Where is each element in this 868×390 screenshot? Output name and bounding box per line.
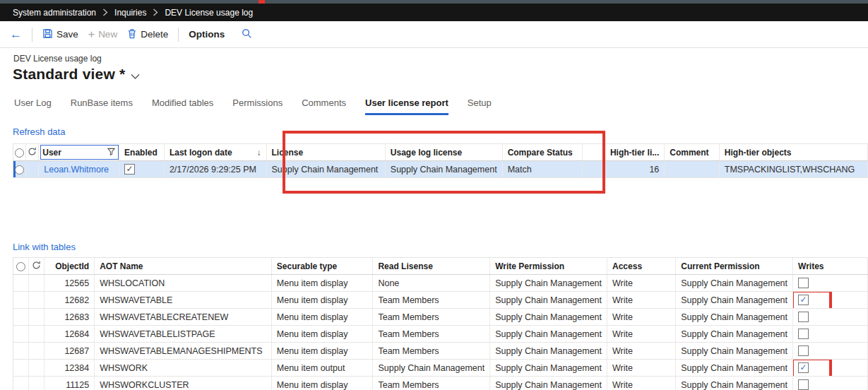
writes-checkbox[interactable]: [798, 379, 809, 390]
write-permission-cell[interactable]: Supply Chain Management: [490, 275, 607, 292]
writes-checkbox[interactable]: [798, 278, 809, 288]
tab-setup[interactable]: Setup: [468, 98, 492, 115]
row-select-cell[interactable]: [13, 292, 29, 309]
col-header-current-permission[interactable]: Current Permission: [676, 258, 793, 275]
radio-icon[interactable]: [16, 262, 25, 271]
access-cell[interactable]: Write: [607, 343, 676, 360]
write-permission-cell[interactable]: Supply Chain Management: [490, 377, 607, 390]
user-grid-row[interactable]: Leoan.Whitmore 2/17/2026 9:29:25 PM Supp…: [13, 161, 868, 178]
link-with-tables-link[interactable]: Link with tables: [13, 242, 76, 252]
breadcrumb-system-administration[interactable]: System administration: [13, 8, 96, 18]
aot-name-cell[interactable]: WHSWAVETABLECREATENEW: [95, 309, 272, 326]
object-id-cell[interactable]: 12684: [44, 326, 94, 343]
read-license-cell[interactable]: Team Members: [373, 326, 490, 343]
col-header-usage-log-license[interactable]: Usage log license: [385, 144, 502, 161]
writes-cell[interactable]: [793, 292, 868, 309]
col-header-write-permission[interactable]: Write Permission: [490, 258, 607, 275]
breadcrumb-dev-license-usage-log[interactable]: DEV License usage log: [165, 8, 253, 18]
write-permission-cell[interactable]: Supply Chain Management: [490, 360, 607, 377]
new-button[interactable]: + New: [88, 29, 117, 40]
col-header-object-id[interactable]: ObjectId: [44, 258, 94, 275]
enabled-checkbox[interactable]: [124, 164, 135, 175]
row-select-cell[interactable]: [13, 309, 29, 326]
aot-name-cell[interactable]: WHSWORK: [95, 360, 272, 377]
tab-runbase-items[interactable]: RunBase items: [71, 98, 133, 115]
user-link[interactable]: Leoan.Whitmore: [39, 161, 119, 178]
high-tier-objects-cell[interactable]: TMSPACKINGLIST,WHSCHANG: [719, 161, 867, 178]
user-filter-box[interactable]: User: [40, 145, 119, 160]
col-header-read-license[interactable]: Read Lisense: [373, 258, 490, 275]
writes-checkbox[interactable]: [798, 312, 809, 322]
object-id-cell[interactable]: 12687: [44, 343, 94, 360]
read-license-cell[interactable]: None: [373, 275, 490, 292]
securable-type-cell[interactable]: Menu item display: [271, 309, 373, 326]
access-cell[interactable]: Write: [607, 275, 676, 292]
tab-user-license-report[interactable]: User license report: [365, 98, 448, 115]
access-cell[interactable]: Write: [607, 360, 676, 377]
writes-checkbox[interactable]: [798, 329, 809, 339]
write-permission-cell[interactable]: Supply Chain Management: [490, 292, 607, 309]
current-permission-cell[interactable]: Supply Chain Management: [676, 309, 793, 326]
back-button[interactable]: ←: [10, 28, 22, 40]
object-id-cell[interactable]: 12683: [44, 309, 94, 326]
read-license-cell[interactable]: Team Members: [373, 377, 490, 390]
col-header-license[interactable]: License: [266, 144, 385, 161]
aot-name-cell[interactable]: WHSWORKCLUSTER: [95, 377, 272, 390]
current-permission-cell[interactable]: Supply Chain Management: [676, 292, 793, 309]
writes-cell[interactable]: [793, 275, 868, 292]
tab-permissions[interactable]: Permissions: [232, 98, 283, 115]
aot-name-cell[interactable]: WHSWAVETABLEMANAGESHIPMENTS: [95, 343, 272, 360]
securable-type-cell[interactable]: Menu item display: [271, 377, 373, 390]
select-all-radio[interactable]: [13, 144, 26, 161]
read-license-cell[interactable]: Team Members: [373, 343, 490, 360]
col-header-high-tier-objects[interactable]: High-tier objects: [719, 144, 867, 161]
access-cell[interactable]: Write: [607, 309, 676, 326]
row-select-cell[interactable]: [13, 275, 29, 292]
table-row[interactable]: 12565 WHSLOCATION Menu item display None…: [13, 275, 868, 292]
current-permission-cell[interactable]: Supply Chain Management: [676, 326, 793, 343]
compare-status-cell[interactable]: Match: [502, 161, 582, 178]
chevron-down-icon[interactable]: [131, 70, 140, 83]
col-header-user[interactable]: User: [39, 144, 119, 161]
options-button[interactable]: Options: [189, 29, 225, 40]
object-id-cell[interactable]: 12565: [44, 275, 94, 292]
object-id-cell[interactable]: 12682: [44, 292, 94, 309]
comment-cell[interactable]: [665, 161, 720, 178]
save-button[interactable]: Save: [42, 28, 78, 41]
high-tier-licenses-cell[interactable]: 16: [605, 161, 664, 178]
last-logon-cell[interactable]: 2/17/2026 9:29:25 PM: [164, 161, 266, 178]
access-cell[interactable]: Write: [607, 326, 676, 343]
col-header-last-logon[interactable]: Last logon date ↓: [164, 144, 266, 161]
writes-checkbox-annotated[interactable]: [798, 295, 809, 305]
search-icon[interactable]: [242, 28, 252, 41]
table-row[interactable]: 12384 WHSWORK Menu item output Supply Ch…: [13, 360, 868, 377]
write-permission-cell[interactable]: Supply Chain Management: [490, 309, 607, 326]
radio-icon[interactable]: [15, 165, 24, 175]
current-permission-cell[interactable]: Supply Chain Management: [676, 343, 793, 360]
usage-log-license-cell[interactable]: Supply Chain Management: [385, 161, 502, 178]
col-header-compare-status[interactable]: Compare Status: [502, 144, 582, 161]
row-select-cell[interactable]: [13, 343, 29, 360]
col-header-high-tier-licenses[interactable]: High-tier li...: [605, 144, 664, 161]
delete-button[interactable]: Delete: [127, 28, 168, 41]
securable-type-cell[interactable]: Menu item display: [271, 275, 373, 292]
tab-comments[interactable]: Comments: [302, 98, 346, 115]
select-all-radio[interactable]: [13, 258, 29, 275]
row-select-radio[interactable]: [13, 161, 26, 178]
col-header-enabled[interactable]: Enabled: [119, 144, 165, 161]
refresh-data-link[interactable]: Refresh data: [13, 126, 65, 137]
aot-name-cell[interactable]: WHSLOCATION: [95, 275, 272, 292]
access-cell[interactable]: Write: [607, 292, 676, 309]
col-header-access[interactable]: Access: [607, 258, 676, 275]
read-license-cell[interactable]: Supply Chain Management: [373, 360, 490, 377]
col-header-writes[interactable]: Writes: [793, 258, 868, 275]
radio-icon[interactable]: [15, 148, 24, 158]
table-row[interactable]: 11125 WHSWORKCLUSTER Menu item display T…: [13, 377, 868, 390]
col-header-securable-type[interactable]: Securable type: [271, 258, 373, 275]
securable-type-cell[interactable]: Menu item display: [271, 326, 373, 343]
col-header-comment[interactable]: Comment: [665, 144, 720, 161]
row-select-cell[interactable]: [13, 360, 29, 377]
writes-checkbox[interactable]: [798, 345, 809, 356]
enabled-cell[interactable]: [119, 161, 165, 178]
write-permission-cell[interactable]: Supply Chain Management: [490, 343, 607, 360]
